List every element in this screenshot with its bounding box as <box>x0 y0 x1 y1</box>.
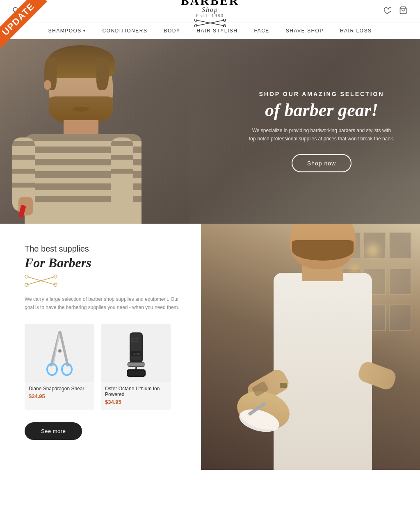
svg-rect-25 <box>131 334 142 360</box>
product-price-scissors: $34.95 <box>29 393 90 399</box>
header-right <box>383 6 408 16</box>
nav-item-shave-shop[interactable]: SHAVE SHOP <box>286 28 324 34</box>
nav-item-face[interactable]: FACE <box>254 28 269 34</box>
logo-estd: Estd. 1983 <box>180 14 239 18</box>
nav-item-shampoos[interactable]: SHAMPOOS ▾ <box>48 28 86 34</box>
site-header: BARBER Shop Estd. 1983 <box>0 0 420 23</box>
nav-item-hair-loss[interactable]: HAIR LOSS <box>340 28 372 34</box>
scissors-divider <box>25 275 185 289</box>
svg-rect-31 <box>135 341 138 342</box>
svg-text:OSTER: OSTER <box>132 353 140 355</box>
left-panel: The best supplies For Barbers We carry a… <box>0 224 201 470</box>
svg-rect-29 <box>135 339 138 339</box>
supplies-heading: The best supplies <box>25 244 185 254</box>
supplies-title: For Barbers <box>25 255 185 270</box>
see-more-button[interactable]: See more <box>25 422 82 440</box>
product-name-clippers: Oster Octane Lithium Ion Powered <box>105 386 167 397</box>
product-price-clippers: $34.95 <box>105 399 167 405</box>
svg-line-20 <box>60 332 68 365</box>
nav-item-body[interactable]: BODY <box>164 28 180 34</box>
hero-content: SHOP OUR AMAZING SELECTION of barber gea… <box>248 91 395 172</box>
svg-rect-28 <box>131 339 134 339</box>
hero-description: We specialize in providing hardworking b… <box>248 127 395 142</box>
svg-rect-30 <box>131 341 134 342</box>
product-grid: Diane Snapdragon Shear $34.95 <box>25 324 185 410</box>
update-ribbon: UPDATE <box>0 0 53 53</box>
product-card-clippers[interactable]: OSTER Oster Octane Lithium Ion Powered $… <box>101 324 171 410</box>
hero-subtitle: SHOP OUR AMAZING SELECTION <box>248 91 395 97</box>
barber-figure <box>201 224 420 470</box>
hero-title: of barber gear! <box>248 101 395 120</box>
wishlist-icon[interactable] <box>383 7 391 16</box>
logo-scissors-decoration <box>180 19 239 29</box>
ribbon-text: UPDATE <box>0 0 47 48</box>
supplies-description: We carry a large selection of barber sho… <box>25 295 185 312</box>
product-name-scissors: Diane Snapdragon Shear <box>29 386 90 392</box>
nav-item-conditioners[interactable]: CONDITIONERS <box>102 28 147 34</box>
product-card-scissors[interactable]: Diane Snapdragon Shear $34.95 <box>25 324 94 410</box>
product-info-clippers: Oster Octane Lithium Ion Powered $34.95 <box>101 382 171 410</box>
svg-rect-27 <box>127 363 145 366</box>
right-panel <box>201 224 420 470</box>
hero-man-figure <box>0 39 189 224</box>
svg-rect-33 <box>128 371 144 376</box>
nav-arrow-shampoos: ▾ <box>83 29 86 33</box>
cart-icon[interactable] <box>399 6 408 16</box>
product-image-scissors <box>25 324 94 382</box>
product-image-clippers: OSTER <box>101 324 171 382</box>
shop-now-button[interactable]: Shop now <box>292 154 352 172</box>
lower-section: The best supplies For Barbers We carry a… <box>0 224 420 470</box>
nav-item-hair-stylish[interactable]: HAIR STYLISH <box>196 28 237 34</box>
svg-point-21 <box>58 349 62 353</box>
product-info-scissors: Diane Snapdragon Shear $34.95 <box>25 382 94 404</box>
hero-section: SHOP OUR AMAZING SELECTION of barber gea… <box>0 39 420 224</box>
site-logo[interactable]: BARBER Shop Estd. 1983 <box>180 0 239 29</box>
